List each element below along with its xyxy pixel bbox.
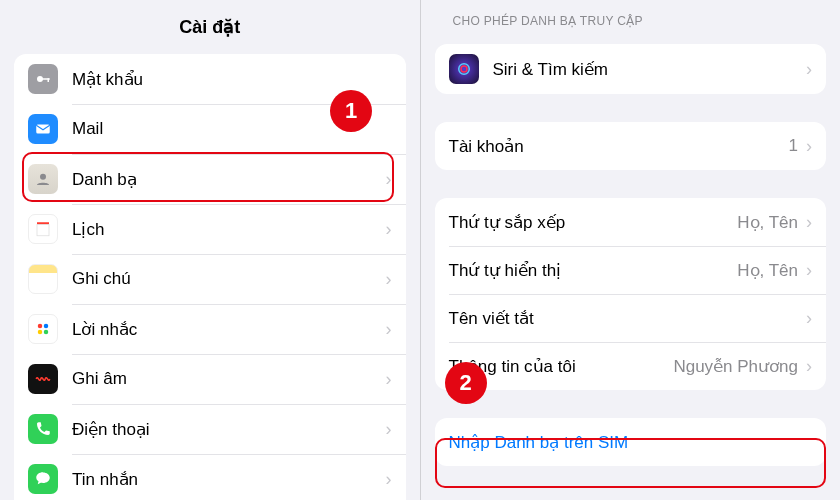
page-title: Cài đặt <box>0 0 420 50</box>
chevron-right-icon: › <box>386 370 392 388</box>
row-accounts[interactable]: Tài khoản 1 › <box>435 122 827 170</box>
svg-point-9 <box>38 330 43 335</box>
svg-point-10 <box>44 330 49 335</box>
row-label: Danh bạ <box>72 169 386 190</box>
row-contacts[interactable]: Danh bạ › <box>14 154 406 204</box>
row-voice-memos[interactable]: Ghi âm › <box>14 354 406 404</box>
row-short-name[interactable]: Tên viết tắt › <box>435 294 827 342</box>
row-import-sim[interactable]: Nhập Danh bạ trên SIM <box>435 418 827 466</box>
row-my-info[interactable]: Thông tin của tôi Nguyễn Phương › <box>435 342 827 390</box>
settings-list-scroll: Mật khẩu Mail Danh bạ › Lịch › <box>0 50 420 500</box>
row-display-order[interactable]: Thứ tự hiển thị Họ, Tên › <box>435 246 827 294</box>
row-siri-search[interactable]: Siri & Tìm kiếm › <box>435 44 827 94</box>
chevron-right-icon: › <box>386 320 392 338</box>
row-label: Tin nhắn <box>72 469 386 490</box>
voice-memos-icon <box>28 364 58 394</box>
row-label: Tài khoản <box>449 136 789 157</box>
row-messages[interactable]: Tin nhắn › <box>14 454 406 500</box>
key-icon <box>28 64 58 94</box>
chevron-right-icon: › <box>386 420 392 438</box>
reminders-icon <box>28 314 58 344</box>
row-label: Ghi âm <box>72 369 386 389</box>
settings-group: Mật khẩu Mail Danh bạ › Lịch › <box>14 54 406 500</box>
messages-icon <box>28 464 58 494</box>
chevron-right-icon: › <box>386 270 392 288</box>
chevron-right-icon: › <box>806 213 812 231</box>
row-value: Họ, Tên <box>737 212 798 233</box>
row-value: 1 <box>789 136 798 156</box>
notes-icon <box>28 264 58 294</box>
chevron-right-icon: › <box>806 60 812 78</box>
mail-icon <box>28 114 58 144</box>
import-sim-group: Nhập Danh bạ trên SIM <box>435 418 827 466</box>
settings-sidebar: Cài đặt Mật khẩu Mail Danh bạ › <box>0 0 421 500</box>
row-phone[interactable]: Điện thoại › <box>14 404 406 454</box>
chevron-right-icon: › <box>386 470 392 488</box>
row-label: Lời nhắc <box>72 319 386 340</box>
contacts-icon <box>28 164 58 194</box>
svg-point-0 <box>37 76 43 82</box>
row-label: Ghi chú <box>72 269 386 289</box>
svg-rect-3 <box>36 125 50 134</box>
row-mail[interactable]: Mail <box>14 104 406 154</box>
row-notes[interactable]: Ghi chú › <box>14 254 406 304</box>
siri-icon <box>449 54 479 84</box>
chevron-right-icon: › <box>386 220 392 238</box>
svg-rect-2 <box>48 78 50 82</box>
row-label: Mật khẩu <box>72 69 392 90</box>
row-value: Nguyễn Phương <box>673 356 798 377</box>
phone-icon <box>28 414 58 444</box>
row-label: Tên viết tắt <box>449 308 807 329</box>
svg-point-8 <box>44 324 49 329</box>
row-reminders[interactable]: Lời nhắc › <box>14 304 406 354</box>
svg-rect-6 <box>37 225 49 236</box>
svg-point-13 <box>461 66 467 72</box>
row-label: Thứ tự sắp xếp <box>449 212 738 233</box>
row-sort-order[interactable]: Thứ tự sắp xếp Họ, Tên › <box>435 198 827 246</box>
chevron-right-icon: › <box>806 357 812 375</box>
svg-point-4 <box>40 174 46 180</box>
accounts-group: Tài khoản 1 › <box>435 122 827 170</box>
contacts-settings-panel: CHO PHÉP DANH BẠ TRUY CẬP Siri & Tìm kiế… <box>421 0 841 500</box>
display-options-group: Thứ tự sắp xếp Họ, Tên › Thứ tự hiển thị… <box>435 198 827 390</box>
row-calendar[interactable]: Lịch › <box>14 204 406 254</box>
row-label: Thứ tự hiển thị <box>449 260 738 281</box>
row-label: Mail <box>72 119 392 139</box>
row-label: Siri & Tìm kiếm <box>493 59 807 80</box>
row-label: Lịch <box>72 219 386 240</box>
row-value: Họ, Tên <box>737 260 798 281</box>
chevron-right-icon: › <box>806 309 812 327</box>
siri-group: Siri & Tìm kiếm › <box>435 44 827 94</box>
row-label: Nhập Danh bạ trên SIM <box>449 432 813 453</box>
calendar-icon <box>28 214 58 244</box>
row-label: Điện thoại <box>72 419 386 440</box>
section-header: CHO PHÉP DANH BẠ TRUY CẬP <box>421 0 841 36</box>
chevron-right-icon: › <box>806 137 812 155</box>
chevron-right-icon: › <box>806 261 812 279</box>
row-label: Thông tin của tôi <box>449 356 674 377</box>
svg-point-7 <box>38 324 43 329</box>
row-passwords[interactable]: Mật khẩu <box>14 54 406 104</box>
chevron-right-icon: › <box>386 170 392 188</box>
